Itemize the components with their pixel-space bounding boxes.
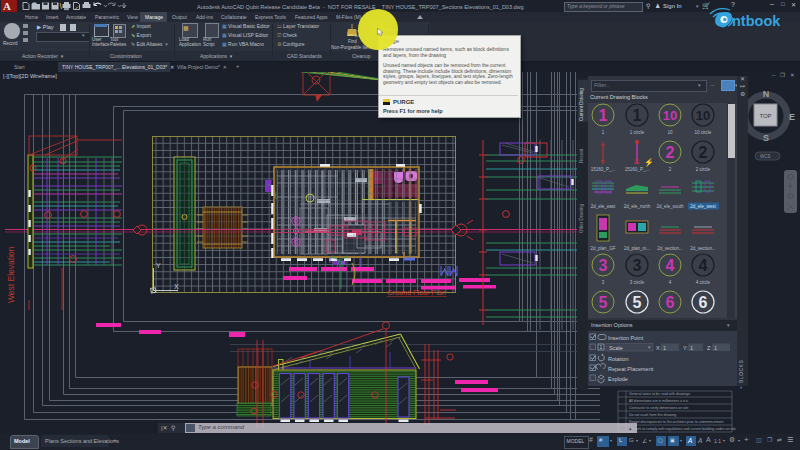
svg-text:6: 6	[699, 294, 708, 311]
svg-text:2d_section...: 2d_section...	[690, 246, 716, 251]
svg-text:6: 6	[666, 294, 675, 311]
svg-text:Repeat Placement: Repeat Placement	[608, 366, 654, 372]
svg-text:2d_ele_east: 2d_ele_east	[591, 204, 616, 209]
svg-text:All work to comply with regula: All work to comply with regulations and …	[629, 427, 736, 431]
svg-text:2d_plan_m...: 2d_plan_m...	[624, 246, 650, 251]
svg-text:Y: Y	[156, 262, 161, 269]
svg-text:3: 3	[633, 257, 642, 274]
svg-text:1: 1	[714, 345, 717, 351]
svg-text:1: 1	[633, 107, 642, 124]
svg-text:4: 4	[699, 257, 708, 274]
svg-text:Scale: Scale	[609, 345, 623, 351]
svg-text:2d_section...: 2d_section...	[657, 246, 683, 251]
svg-text:West Elevation: West Elevation	[6, 246, 16, 303]
svg-text:2: 2	[669, 167, 672, 172]
svg-text:1 circle: 1 circle	[630, 130, 645, 135]
svg-text:1: 1	[600, 344, 603, 350]
svg-text:10: 10	[667, 130, 673, 135]
svg-text:Z:: Z:	[707, 345, 712, 351]
svg-text:Do not scale from this drawing: Do not scale from this drawing	[629, 413, 676, 417]
svg-text:15160_P_...: 15160_P_...	[591, 167, 615, 172]
svg-text:3 circle: 3 circle	[630, 280, 645, 285]
svg-text:1: 1	[602, 130, 605, 135]
svg-text:WCS: WCS	[760, 154, 771, 159]
svg-text:3: 3	[602, 280, 605, 285]
svg-text:10: 10	[696, 108, 710, 123]
svg-text:1: 1	[663, 345, 666, 351]
svg-text:10: 10	[663, 108, 677, 123]
svg-text:X:: X:	[656, 345, 662, 351]
svg-text:All dimensions are in millimet: All dimensions are in millimeters u.n.o.	[629, 399, 689, 403]
svg-text:S: S	[763, 133, 769, 143]
svg-text:5: 5	[633, 294, 642, 311]
svg-text:Report discrepancies to the ar: Report discrepancies to the architect pr…	[629, 420, 724, 424]
svg-text:2: 2	[699, 144, 708, 161]
svg-text:4: 4	[669, 280, 672, 285]
svg-text:2d_ele_south: 2d_ele_south	[656, 204, 684, 209]
svg-text:4: 4	[666, 257, 675, 274]
svg-text:X: X	[174, 283, 179, 290]
svg-text:2: 2	[666, 144, 675, 161]
svg-text:Y:: Y:	[683, 345, 688, 351]
svg-text:⚡: ⚡	[644, 157, 654, 167]
svg-text:1: 1	[599, 107, 608, 124]
svg-text:N: N	[763, 89, 770, 99]
svg-text:5: 5	[599, 294, 608, 311]
svg-text:1: 1	[690, 345, 693, 351]
svg-text:4 circle: 4 circle	[696, 280, 711, 285]
svg-text:2d_plan_GF: 2d_plan_GF	[591, 246, 616, 251]
svg-text:2 circle: 2 circle	[696, 167, 711, 172]
svg-text:ntbook: ntbook	[732, 13, 781, 29]
svg-text:Ground Floor Plan: Ground Floor Plan	[387, 288, 446, 297]
svg-text:E: E	[789, 112, 795, 122]
svg-text:2d_ele_west: 2d_ele_west	[690, 204, 716, 209]
svg-text:TOP: TOP	[759, 113, 771, 119]
svg-text:Insertion Point: Insertion Point	[608, 335, 644, 341]
svg-text:Explode: Explode	[608, 376, 628, 382]
svg-text:Contractor to verify dimension: Contractor to verify dimensions on site	[629, 406, 689, 410]
svg-text:3: 3	[599, 257, 608, 274]
svg-text:15160_P_...: 15160_P_...	[625, 167, 649, 172]
svg-text:2d_ele_north: 2d_ele_north	[624, 204, 651, 209]
svg-text:General notes to be read with: General notes to be read with drawings	[629, 392, 690, 396]
svg-text:10 circle: 10 circle	[695, 130, 712, 135]
svg-text:Rotation: Rotation	[608, 356, 629, 362]
